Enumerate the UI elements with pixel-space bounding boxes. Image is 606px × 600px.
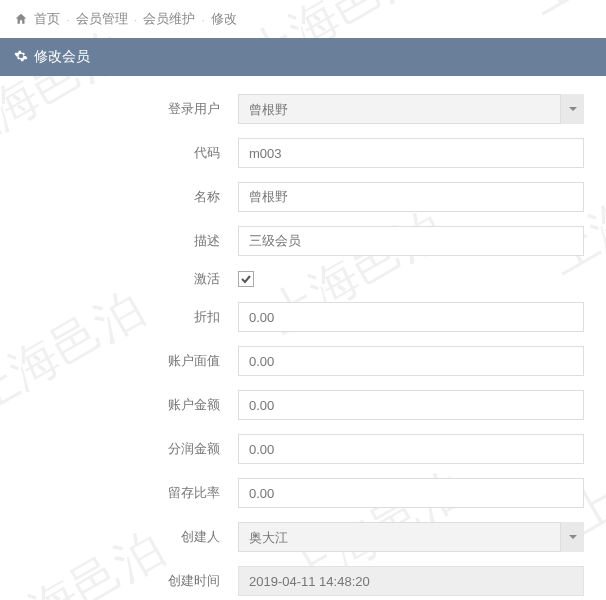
label-creator: 创建人 [22, 528, 238, 546]
dividend-input[interactable] [238, 434, 584, 464]
retention-input[interactable] [238, 478, 584, 508]
code-input[interactable] [238, 138, 584, 168]
label-name: 名称 [22, 188, 238, 206]
label-retention: 留存比率 [22, 484, 238, 502]
edit-member-form: 登录用户 曾根野 代码 名称 描述 [0, 76, 606, 600]
label-code: 代码 [22, 144, 238, 162]
label-discount: 折扣 [22, 308, 238, 326]
panel-header: 修改会员 [0, 38, 606, 76]
creator-select[interactable]: 奥大江 [238, 522, 584, 552]
breadcrumb: 首页 · 会员管理 · 会员维护 · 修改 [0, 0, 606, 38]
breadcrumb-separator: · [201, 12, 205, 27]
balance-input[interactable] [238, 390, 584, 420]
label-face-value: 账户面值 [22, 352, 238, 370]
breadcrumb-separator: · [66, 12, 70, 27]
name-input[interactable] [238, 182, 584, 212]
breadcrumb-home[interactable]: 首页 [34, 10, 60, 28]
label-desc: 描述 [22, 232, 238, 250]
breadcrumb-level1[interactable]: 会员管理 [76, 10, 128, 28]
breadcrumb-current: 修改 [211, 10, 237, 28]
label-balance: 账户金额 [22, 396, 238, 414]
label-created-at: 创建时间 [22, 572, 238, 590]
created-at-field: 2019-04-11 14:48:20 [238, 566, 584, 596]
discount-input[interactable] [238, 302, 584, 332]
home-icon [14, 12, 28, 27]
breadcrumb-separator: · [134, 12, 138, 27]
label-active: 激活 [22, 270, 238, 288]
desc-input[interactable] [238, 226, 584, 256]
label-login-user: 登录用户 [22, 100, 238, 118]
breadcrumb-level2[interactable]: 会员维护 [143, 10, 195, 28]
login-user-select[interactable]: 曾根野 [238, 94, 584, 124]
created-at-value: 2019-04-11 14:48:20 [249, 574, 370, 589]
panel-title: 修改会员 [34, 48, 90, 66]
label-dividend: 分润金额 [22, 440, 238, 458]
active-checkbox[interactable] [238, 271, 254, 287]
gear-icon [14, 49, 28, 66]
face-value-input[interactable] [238, 346, 584, 376]
